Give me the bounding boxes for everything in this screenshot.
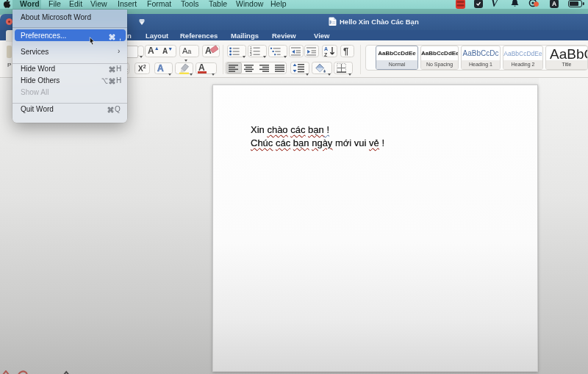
svg-text:Z: Z <box>324 52 328 57</box>
svg-text:3: 3 <box>250 53 252 56</box>
svg-text:A: A <box>552 0 556 7</box>
svg-text:A: A <box>324 46 328 51</box>
